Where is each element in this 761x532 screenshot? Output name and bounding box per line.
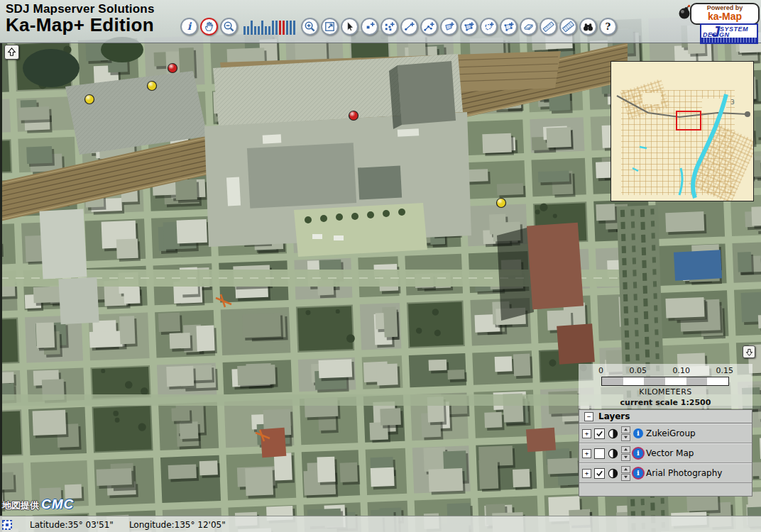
layer-row: +iArial Photography: [579, 463, 752, 483]
scale-step-bar[interactable]: [286, 21, 288, 35]
scale-tick-label: 0.15: [716, 366, 734, 375]
layer-info-button[interactable]: i: [633, 448, 643, 458]
pan-icon: [202, 20, 216, 33]
layer-move-up-button[interactable]: [621, 446, 630, 453]
layer-opacity-toggle[interactable]: [608, 448, 618, 459]
zoom-extent-button[interactable]: [321, 18, 339, 35]
layer-move-down-button[interactable]: [621, 434, 630, 441]
layers-title: Layers: [598, 411, 630, 421]
layer-move-up-button[interactable]: [621, 426, 630, 433]
map-edge: [0, 43, 2, 532]
scale-step-bar[interactable]: [283, 21, 285, 35]
scale-step-bar[interactable]: [293, 21, 295, 35]
layer-name[interactable]: Arial Photography: [646, 468, 722, 478]
layer-order-spinner: [621, 446, 630, 461]
svg-text:?: ?: [606, 21, 611, 32]
zoom-in-icon: [303, 20, 317, 33]
scale-step-bar[interactable]: [265, 26, 267, 35]
pan-button[interactable]: [200, 18, 218, 35]
digitize-vertex-polygon-button[interactable]: [500, 18, 518, 35]
layer-opacity-toggle[interactable]: [608, 468, 618, 479]
scale-step-bar[interactable]: [290, 21, 292, 35]
map-marker[interactable]: [349, 111, 358, 121]
layer-down-icon: [623, 455, 628, 459]
layers-collapse-button[interactable]: −: [584, 412, 593, 421]
layer-visibility-checkbox[interactable]: [594, 448, 605, 459]
layer-expand-button[interactable]: +: [582, 449, 591, 458]
layer-visibility-checkbox[interactable]: [594, 428, 605, 439]
layer-visibility-checkbox[interactable]: [594, 468, 605, 479]
digitize-squares-icon: [502, 20, 515, 33]
overview-keymap[interactable]: 3: [611, 61, 754, 201]
layer-expand-button[interactable]: +: [582, 429, 591, 438]
help-button[interactable]: ?: [599, 18, 617, 35]
digitize-multipoint-button[interactable]: [380, 18, 398, 35]
map-marker[interactable]: [148, 82, 157, 91]
map-marker[interactable]: [168, 64, 177, 73]
layer-order-spinner: [621, 466, 630, 481]
scale-step-bar[interactable]: [261, 21, 263, 35]
scale-step-bar[interactable]: [247, 26, 249, 35]
scale-step-bar[interactable]: [272, 21, 274, 35]
opacity-contrast-icon[interactable]: [608, 428, 618, 439]
find-button[interactable]: [579, 18, 597, 35]
scale-tick-label: 0.05: [630, 366, 647, 375]
measure-distance-button[interactable]: [540, 18, 557, 35]
layer-info-button[interactable]: i: [633, 468, 643, 478]
scale-step-bar[interactable]: [254, 26, 256, 35]
map-marker[interactable]: [85, 95, 94, 104]
scalebar-panel: 00.050.100.15 KILOMETERS current scale 1…: [579, 364, 752, 409]
layer-expand-button[interactable]: +: [582, 469, 591, 478]
layer-name[interactable]: ZukeiGroup: [646, 428, 696, 438]
collapse-panel-button[interactable]: [743, 345, 755, 358]
layer-move-down-button[interactable]: [621, 474, 630, 481]
kamap-application: SDJ Mapserver Solutions Ka-Map+ Edition …: [0, 0, 761, 532]
layer-move-up-button[interactable]: [621, 466, 630, 473]
scale-segment: [686, 377, 708, 385]
zoom-out-button[interactable]: [220, 18, 238, 35]
eraser-icon: [522, 20, 535, 33]
layer-move-down-button[interactable]: [621, 454, 630, 461]
digitize-multiline-button[interactable]: [420, 18, 438, 35]
scalebar-labels: 00.050.100.15: [598, 366, 733, 375]
scale-step-bar[interactable]: [243, 26, 246, 35]
layer-name[interactable]: Vector Map: [646, 448, 694, 458]
scale-step-bar[interactable]: [279, 21, 281, 35]
opacity-contrast-icon[interactable]: [608, 468, 618, 479]
zoom-out-icon: [222, 20, 236, 33]
layer-order-spinner: [621, 426, 630, 441]
layer-opacity-toggle[interactable]: [608, 428, 618, 439]
digitize-multipolygon-button[interactable]: [460, 18, 478, 35]
logo-tagline-bar: [701, 38, 757, 43]
scale-step-bar[interactable]: [258, 26, 260, 35]
scale-step-bar[interactable]: [251, 21, 253, 35]
select-arrow-icon: [343, 20, 356, 33]
digitize-dashed-polygon-button[interactable]: [480, 18, 498, 35]
scalebar: [601, 377, 729, 386]
powered-by-kamap-badge[interactable]: Powered by ka-Map: [690, 3, 760, 25]
digitize-point-button[interactable]: [361, 18, 378, 35]
erase-button[interactable]: [520, 18, 537, 35]
zoom-in-button[interactable]: [301, 18, 319, 35]
digitize-multipolygon-icon: [462, 20, 476, 33]
opacity-contrast-icon[interactable]: [608, 448, 618, 459]
select-button[interactable]: [341, 18, 358, 35]
pan-north-button[interactable]: [4, 45, 19, 60]
digitize-polygon-button[interactable]: [440, 18, 458, 35]
measure-icon: [542, 20, 555, 33]
zoom-scale-steps[interactable]: [243, 19, 295, 35]
scale-tick-label: 0.10: [673, 366, 691, 375]
layer-up-icon: [623, 448, 628, 451]
scale-segment: [665, 377, 686, 385]
map-marker[interactable]: [497, 199, 506, 208]
kamap-brand-text: ka-Map: [691, 11, 758, 21]
layer-up-icon: [623, 428, 628, 431]
layer-info-button[interactable]: i: [633, 428, 643, 438]
measure-area-button[interactable]: [559, 18, 577, 35]
scale-segment: [644, 377, 665, 385]
digitize-line-button[interactable]: [400, 18, 418, 35]
info-button[interactable]: i: [180, 18, 198, 35]
scale-step-bar[interactable]: [268, 26, 270, 35]
jsystem-design-logo[interactable]: J SYSTEM DESIGN: [700, 23, 758, 44]
scale-step-bar[interactable]: [275, 21, 278, 35]
